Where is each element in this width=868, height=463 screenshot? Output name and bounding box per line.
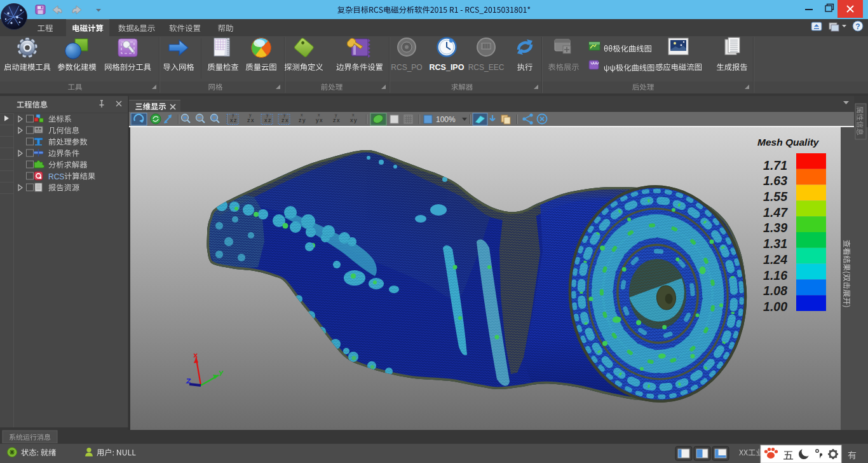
svg-text:z: z <box>247 117 250 123</box>
svg-text:1.00: 1.00 <box>763 300 787 314</box>
svg-text:x: x <box>230 117 233 123</box>
svg-text:x: x <box>337 117 340 123</box>
svg-text:Mesh Quality: Mesh Quality <box>757 137 820 148</box>
svg-text:1.63: 1.63 <box>763 174 787 188</box>
svg-text:RCS_EEC: RCS_EEC <box>468 63 505 72</box>
svg-text:x: x <box>264 117 268 123</box>
svg-text:1.08: 1.08 <box>763 284 787 298</box>
svg-text:y: y <box>249 113 252 118</box>
svg-text:1.47: 1.47 <box>763 205 788 219</box>
svg-text:1.31: 1.31 <box>763 237 787 251</box>
svg-text:z: z <box>268 117 271 123</box>
svg-text:y: y <box>283 113 286 118</box>
svg-text:z: z <box>281 117 285 123</box>
svg-text:y: y <box>335 113 337 118</box>
svg-text:1.55: 1.55 <box>763 190 788 204</box>
svg-text:z: z <box>333 117 336 123</box>
svg-text:x: x <box>352 113 355 117</box>
svg-text:x: x <box>301 113 303 117</box>
svg-text:1.24: 1.24 <box>763 252 787 266</box>
svg-text:100%: 100% <box>436 115 456 124</box>
svg-text:RCS_PO: RCS_PO <box>391 63 422 72</box>
svg-text:1.71: 1.71 <box>763 158 787 172</box>
svg-text:1.39: 1.39 <box>763 221 787 235</box>
svg-text:x: x <box>318 113 320 117</box>
svg-text:y: y <box>302 117 306 123</box>
svg-text:y: y <box>354 117 357 123</box>
svg-text:z: z <box>234 117 237 123</box>
svg-text:y: y <box>316 117 319 123</box>
svg-text:y: y <box>232 113 234 118</box>
svg-text:x: x <box>350 117 353 123</box>
svg-text:y: y <box>266 113 269 118</box>
svg-text:x: x <box>320 117 323 123</box>
svg-text:x: x <box>285 117 288 123</box>
svg-text:RCS_IPO: RCS_IPO <box>430 63 465 72</box>
svg-text:RCS: RCS <box>48 172 64 181</box>
svg-text:?: ? <box>855 22 860 31</box>
svg-text:x: x <box>251 117 254 123</box>
svg-text:1.16: 1.16 <box>763 268 787 282</box>
svg-text:z: z <box>299 117 302 123</box>
